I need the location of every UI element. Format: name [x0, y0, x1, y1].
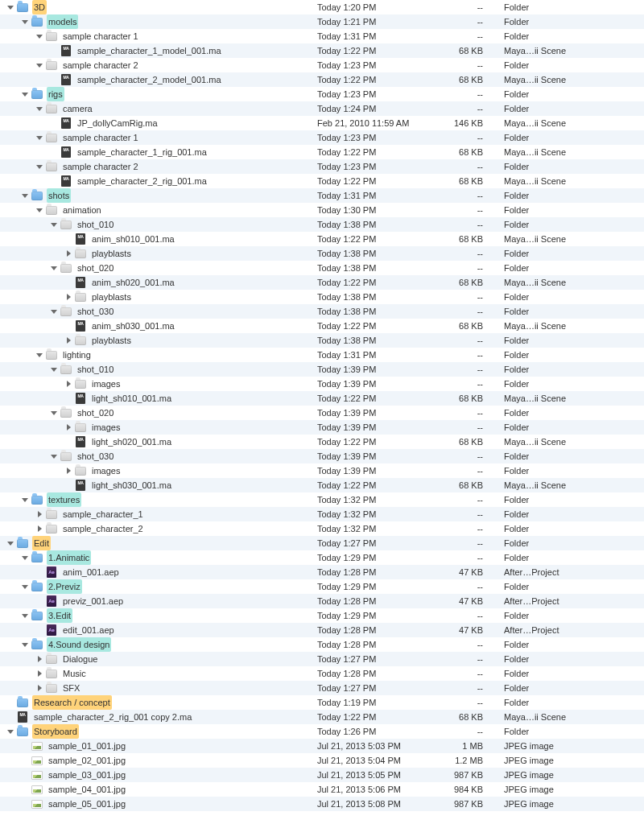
disclosure-triangle-open-icon[interactable] [50, 452, 58, 460]
disclosure-triangle-open-icon[interactable] [50, 264, 58, 272]
tree-row[interactable]: sample_03_001.jpgJul 21, 2013 5:05 PM987… [0, 768, 644, 782]
disclosure-triangle-open-icon[interactable] [50, 409, 58, 417]
item-name[interactable]: sample character 2 [61, 58, 140, 72]
tree-row[interactable]: 3.EditToday 1:29 PM--Folder [0, 608, 644, 623]
item-name[interactable]: shot_020 [76, 406, 115, 420]
tree-row[interactable]: DialogueToday 1:27 PM--Folder [0, 652, 644, 666]
item-name[interactable]: sample_character_2_rig_001 copy 2.ma [32, 710, 193, 724]
item-name[interactable]: anim_sh020_001.ma [90, 275, 176, 290]
tree-row[interactable]: anim_sh030_001.maToday 1:22 PM68 KBMaya…… [0, 319, 644, 333]
disclosure-triangle-closed-icon[interactable] [64, 380, 72, 388]
item-name[interactable]: shot_030 [76, 304, 115, 319]
item-name[interactable]: playblasts [90, 290, 133, 304]
item-name[interactable]: animation [61, 203, 103, 217]
tree-row[interactable]: imagesToday 1:39 PM--Folder [0, 420, 644, 435]
disclosure-triangle-open-icon[interactable] [6, 3, 14, 11]
item-name[interactable]: playblasts [90, 246, 133, 261]
disclosure-triangle-open-icon[interactable] [50, 365, 58, 373]
item-name[interactable]: sample_character_1 [61, 507, 145, 521]
disclosure-triangle-closed-icon[interactable] [35, 670, 43, 678]
tree-row[interactable]: anim_sh020_001.maToday 1:22 PM68 KBMaya…… [0, 275, 644, 290]
item-name[interactable]: sample_character_2 [61, 521, 145, 536]
tree-row[interactable]: MusicToday 1:28 PM--Folder [0, 666, 644, 681]
item-name[interactable]: Music [61, 666, 88, 681]
item-name[interactable]: 2.Previz [47, 579, 82, 594]
tree-row[interactable]: light_sh020_001.maToday 1:22 PM68 KBMaya… [0, 435, 644, 449]
tree-row[interactable]: sample_01_001.jpgJul 21, 2013 5:03 PM1 M… [0, 739, 644, 753]
tree-row[interactable]: sample_04_001.jpgJul 21, 2013 5:06 PM984… [0, 782, 644, 797]
item-name[interactable]: shots [47, 188, 71, 203]
disclosure-triangle-open-icon[interactable] [21, 554, 29, 562]
tree-row[interactable]: shot_030Today 1:39 PM--Folder [0, 449, 644, 464]
disclosure-triangle-open-icon[interactable] [21, 18, 29, 26]
item-name[interactable]: images [90, 464, 122, 478]
disclosure-triangle-open-icon[interactable] [6, 539, 14, 547]
tree-row[interactable]: shot_030Today 1:38 PM--Folder [0, 304, 644, 319]
item-name[interactable]: rigs [47, 87, 64, 101]
item-name[interactable]: shot_020 [76, 261, 115, 275]
tree-row[interactable]: 3DToday 1:20 PM--Folder [0, 0, 644, 14]
item-name[interactable]: sample character 2 [61, 159, 140, 174]
disclosure-triangle-closed-icon[interactable] [35, 525, 43, 533]
item-name[interactable]: textures [47, 492, 81, 507]
tree-row[interactable]: edit_001.aepToday 1:28 PM47 KBAfter…Proj… [0, 623, 644, 637]
disclosure-triangle-open-icon[interactable] [35, 163, 43, 171]
tree-row[interactable]: sample_character_2_rig_001 copy 2.maToda… [0, 710, 644, 724]
item-name[interactable]: Edit [32, 536, 51, 550]
item-name[interactable]: previz_001.aep [61, 594, 125, 608]
tree-row[interactable]: sample character 2Today 1:23 PM--Folder [0, 159, 644, 174]
tree-row[interactable]: sample_05_001.jpgJul 21, 2013 5:08 PM987… [0, 797, 644, 811]
tree-row[interactable]: sample character 1Today 1:31 PM--Folder [0, 29, 644, 43]
item-name[interactable]: sample_03_001.jpg [47, 768, 127, 782]
tree-row[interactable]: rigsToday 1:23 PM--Folder [0, 87, 644, 101]
tree-row[interactable]: sample character 1Today 1:23 PM--Folder [0, 130, 644, 145]
tree-row[interactable]: sample_02_001.jpgJul 21, 2013 5:04 PM1.2… [0, 753, 644, 768]
tree-row[interactable]: shot_010Today 1:39 PM--Folder [0, 362, 644, 377]
tree-row[interactable]: 2.PrevizToday 1:29 PM--Folder [0, 579, 644, 594]
disclosure-triangle-open-icon[interactable] [35, 105, 43, 113]
item-name[interactable]: images [90, 377, 122, 391]
tree-row[interactable]: 4.Sound designToday 1:28 PM--Folder [0, 637, 644, 652]
disclosure-triangle-open-icon[interactable] [21, 496, 29, 504]
tree-row[interactable]: cameraToday 1:24 PM--Folder [0, 101, 644, 116]
item-name[interactable]: images [90, 420, 122, 435]
tree-row[interactable]: sample_character_2_model_001.maToday 1:2… [0, 72, 644, 87]
tree-row[interactable]: sample_character_2_rig_001.maToday 1:22 … [0, 174, 644, 188]
item-name[interactable]: camera [61, 101, 94, 116]
disclosure-triangle-closed-icon[interactable] [64, 336, 72, 344]
tree-row[interactable]: shot_020Today 1:38 PM--Folder [0, 261, 644, 275]
item-name[interactable]: anim_sh030_001.ma [90, 319, 176, 333]
tree-row[interactable]: sample_character_1_rig_001.maToday 1:22 … [0, 145, 644, 159]
tree-row[interactable]: light_sh030_001.maToday 1:22 PM68 KBMaya… [0, 478, 644, 492]
tree-row[interactable]: light_sh010_001.maToday 1:22 PM68 KBMaya… [0, 391, 644, 406]
tree-row[interactable]: texturesToday 1:32 PM--Folder [0, 492, 644, 507]
item-name[interactable]: sample_character_1_model_001.ma [76, 43, 223, 58]
item-name[interactable]: Research / concept [32, 695, 112, 710]
item-name[interactable]: 1.Animatic [47, 550, 91, 565]
item-name[interactable]: sample_02_001.jpg [47, 753, 127, 768]
item-name[interactable]: lighting [61, 348, 93, 362]
tree-row[interactable]: Research / conceptToday 1:19 PM--Folder [0, 695, 644, 710]
tree-row[interactable]: anim_sh010_001.maToday 1:22 PM68 KBMaya…… [0, 232, 644, 246]
tree-row[interactable]: anim_001.aepToday 1:28 PM47 KBAfter…Proj… [0, 565, 644, 579]
tree-row[interactable]: sample_character_1Today 1:32 PM--Folder [0, 507, 644, 521]
tree-row[interactable]: playblastsToday 1:38 PM--Folder [0, 290, 644, 304]
tree-row[interactable]: sample character 2Today 1:23 PM--Folder [0, 58, 644, 72]
item-name[interactable]: shot_030 [76, 449, 115, 464]
tree-row[interactable]: EditToday 1:27 PM--Folder [0, 536, 644, 550]
tree-row[interactable]: imagesToday 1:39 PM--Folder [0, 464, 644, 478]
disclosure-triangle-closed-icon[interactable] [64, 423, 72, 431]
tree-row[interactable]: animationToday 1:30 PM--Folder [0, 203, 644, 217]
item-name[interactable]: 3.Edit [47, 608, 72, 623]
item-name[interactable]: 4.Sound design [47, 637, 111, 652]
tree-row[interactable]: shotsToday 1:31 PM--Folder [0, 188, 644, 203]
disclosure-triangle-closed-icon[interactable] [64, 249, 72, 258]
disclosure-triangle-open-icon[interactable] [35, 351, 43, 359]
disclosure-triangle-open-icon[interactable] [50, 220, 58, 229]
item-name[interactable]: Dialogue [61, 652, 99, 666]
item-name[interactable]: sample_04_001.jpg [47, 782, 127, 797]
tree-row[interactable]: SFXToday 1:27 PM--Folder [0, 681, 644, 695]
tree-row[interactable]: shot_020Today 1:39 PM--Folder [0, 406, 644, 420]
disclosure-triangle-closed-icon[interactable] [35, 655, 43, 663]
disclosure-triangle-open-icon[interactable] [21, 192, 29, 200]
